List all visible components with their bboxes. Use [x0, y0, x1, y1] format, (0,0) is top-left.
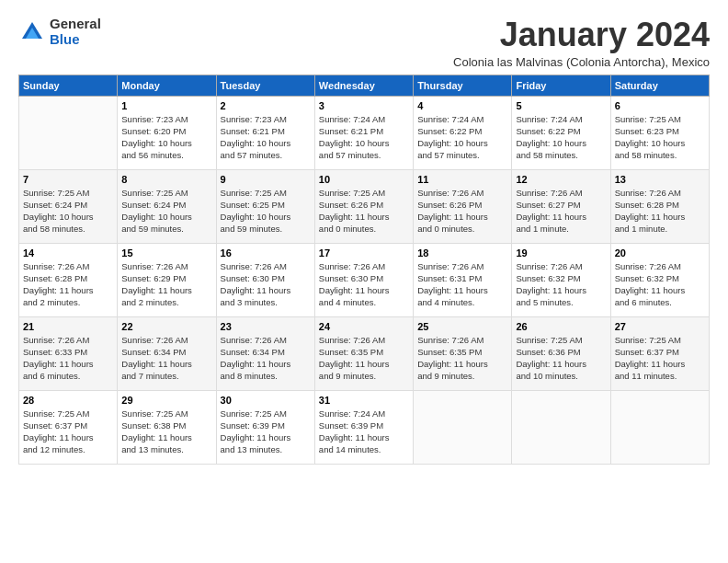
page: General Blue January 2024 Colonia las Ma… [0, 0, 728, 476]
day-cell: 17Sunrise: 7:26 AM Sunset: 6:30 PM Dayli… [314, 243, 413, 316]
week-row-3: 14Sunrise: 7:26 AM Sunset: 6:28 PM Dayli… [19, 243, 710, 316]
day-info: Sunrise: 7:25 AM Sunset: 6:24 PM Dayligh… [23, 187, 113, 236]
logo: General Blue [18, 17, 101, 47]
day-cell: 1Sunrise: 7:23 AM Sunset: 6:20 PM Daylig… [118, 96, 216, 169]
day-number: 15 [121, 247, 211, 259]
day-cell [414, 390, 512, 464]
day-number: 30 [221, 395, 311, 406]
day-cell: 20Sunrise: 7:26 AM Sunset: 6:32 PM Dayli… [610, 243, 709, 316]
day-cell: 27Sunrise: 7:25 AM Sunset: 6:37 PM Dayli… [610, 316, 709, 390]
day-info: Sunrise: 7:25 AM Sunset: 6:37 PM Dayligh… [23, 408, 113, 456]
day-cell [610, 390, 709, 464]
day-cell: 8Sunrise: 7:25 AM Sunset: 6:24 PM Daylig… [118, 169, 216, 243]
day-number: 31 [319, 395, 409, 406]
day-cell: 21Sunrise: 7:26 AM Sunset: 6:33 PM Dayli… [19, 316, 118, 390]
day-cell: 9Sunrise: 7:25 AM Sunset: 6:25 PM Daylig… [216, 169, 314, 243]
day-cell: 23Sunrise: 7:26 AM Sunset: 6:34 PM Dayli… [216, 316, 314, 390]
header: General Blue January 2024 Colonia las Ma… [18, 17, 710, 69]
weekday-header-monday: Monday [118, 75, 216, 96]
day-cell: 15Sunrise: 7:26 AM Sunset: 6:29 PM Dayli… [118, 243, 216, 316]
day-info: Sunrise: 7:25 AM Sunset: 6:23 PM Dayligh… [615, 113, 705, 162]
weekday-header-wednesday: Wednesday [314, 75, 413, 96]
day-number: 25 [417, 321, 507, 332]
day-cell: 10Sunrise: 7:25 AM Sunset: 6:26 PM Dayli… [314, 169, 413, 243]
day-cell: 5Sunrise: 7:24 AM Sunset: 6:22 PM Daylig… [512, 96, 610, 169]
day-cell: 26Sunrise: 7:25 AM Sunset: 6:36 PM Dayli… [512, 316, 610, 390]
day-cell: 14Sunrise: 7:26 AM Sunset: 6:28 PM Dayli… [19, 243, 118, 316]
day-info: Sunrise: 7:26 AM Sunset: 6:29 PM Dayligh… [121, 260, 211, 309]
day-info: Sunrise: 7:26 AM Sunset: 6:35 PM Dayligh… [319, 334, 409, 383]
day-info: Sunrise: 7:23 AM Sunset: 6:21 PM Dayligh… [221, 113, 311, 162]
weekday-header-sunday: Sunday [19, 75, 118, 96]
day-number: 16 [221, 247, 311, 259]
week-row-5: 28Sunrise: 7:25 AM Sunset: 6:37 PM Dayli… [19, 390, 710, 464]
day-info: Sunrise: 7:26 AM Sunset: 6:33 PM Dayligh… [23, 334, 113, 383]
day-cell: 24Sunrise: 7:26 AM Sunset: 6:35 PM Dayli… [314, 316, 413, 390]
calendar-table: SundayMondayTuesdayWednesdayThursdayFrid… [18, 75, 710, 465]
day-info: Sunrise: 7:26 AM Sunset: 6:30 PM Dayligh… [221, 260, 311, 309]
day-cell: 25Sunrise: 7:26 AM Sunset: 6:35 PM Dayli… [414, 316, 512, 390]
day-cell: 19Sunrise: 7:26 AM Sunset: 6:32 PM Dayli… [512, 243, 610, 316]
day-number: 17 [319, 247, 409, 259]
day-number: 29 [121, 395, 211, 406]
day-info: Sunrise: 7:23 AM Sunset: 6:20 PM Dayligh… [121, 113, 211, 162]
day-number: 23 [221, 321, 311, 332]
day-cell: 30Sunrise: 7:25 AM Sunset: 6:39 PM Dayli… [216, 390, 314, 464]
day-cell: 4Sunrise: 7:24 AM Sunset: 6:22 PM Daylig… [414, 96, 512, 169]
weekday-header-saturday: Saturday [610, 75, 709, 96]
day-number: 10 [319, 174, 409, 185]
weekday-header-row: SundayMondayTuesdayWednesdayThursdayFrid… [19, 75, 710, 96]
day-info: Sunrise: 7:24 AM Sunset: 6:22 PM Dayligh… [516, 113, 606, 162]
weekday-header-friday: Friday [512, 75, 610, 96]
day-number: 13 [615, 174, 705, 185]
day-info: Sunrise: 7:24 AM Sunset: 6:22 PM Dayligh… [417, 113, 507, 162]
day-number: 24 [319, 321, 409, 332]
day-number: 8 [121, 174, 211, 185]
day-number: 22 [121, 321, 211, 332]
week-row-4: 21Sunrise: 7:26 AM Sunset: 6:33 PM Dayli… [19, 316, 710, 390]
day-cell: 13Sunrise: 7:26 AM Sunset: 6:28 PM Dayli… [610, 169, 709, 243]
day-info: Sunrise: 7:26 AM Sunset: 6:35 PM Dayligh… [417, 334, 507, 383]
weekday-header-thursday: Thursday [414, 75, 512, 96]
day-number: 9 [221, 174, 311, 185]
day-info: Sunrise: 7:25 AM Sunset: 6:25 PM Dayligh… [221, 187, 311, 236]
day-info: Sunrise: 7:26 AM Sunset: 6:34 PM Dayligh… [221, 334, 311, 383]
logo-icon [18, 18, 46, 46]
day-cell: 28Sunrise: 7:25 AM Sunset: 6:37 PM Dayli… [19, 390, 118, 464]
day-number: 18 [417, 247, 507, 259]
day-info: Sunrise: 7:26 AM Sunset: 6:27 PM Dayligh… [516, 187, 606, 236]
day-info: Sunrise: 7:25 AM Sunset: 6:36 PM Dayligh… [516, 334, 606, 383]
day-cell: 31Sunrise: 7:24 AM Sunset: 6:39 PM Dayli… [314, 390, 413, 464]
day-info: Sunrise: 7:26 AM Sunset: 6:32 PM Dayligh… [516, 260, 606, 309]
day-info: Sunrise: 7:26 AM Sunset: 6:34 PM Dayligh… [121, 334, 211, 383]
day-cell: 2Sunrise: 7:23 AM Sunset: 6:21 PM Daylig… [216, 96, 314, 169]
day-info: Sunrise: 7:25 AM Sunset: 6:37 PM Dayligh… [615, 334, 705, 383]
day-number: 7 [23, 174, 113, 185]
day-info: Sunrise: 7:24 AM Sunset: 6:39 PM Dayligh… [319, 408, 409, 456]
day-number: 5 [516, 100, 606, 111]
week-row-1: 1Sunrise: 7:23 AM Sunset: 6:20 PM Daylig… [19, 96, 710, 169]
weekday-header-tuesday: Tuesday [216, 75, 314, 96]
day-info: Sunrise: 7:26 AM Sunset: 6:31 PM Dayligh… [417, 260, 507, 309]
day-cell: 18Sunrise: 7:26 AM Sunset: 6:31 PM Dayli… [414, 243, 512, 316]
month-title: January 2024 [453, 17, 710, 53]
day-cell: 12Sunrise: 7:26 AM Sunset: 6:27 PM Dayli… [512, 169, 610, 243]
day-number: 6 [615, 100, 705, 111]
title-block: January 2024 Colonia las Malvinas (Colon… [453, 17, 710, 69]
day-cell: 29Sunrise: 7:25 AM Sunset: 6:38 PM Dayli… [118, 390, 216, 464]
day-number: 21 [23, 321, 113, 332]
day-number: 20 [615, 247, 705, 259]
day-info: Sunrise: 7:26 AM Sunset: 6:30 PM Dayligh… [319, 260, 409, 309]
logo-text: General Blue [50, 17, 101, 47]
day-cell: 16Sunrise: 7:26 AM Sunset: 6:30 PM Dayli… [216, 243, 314, 316]
day-info: Sunrise: 7:26 AM Sunset: 6:28 PM Dayligh… [615, 187, 705, 236]
day-info: Sunrise: 7:25 AM Sunset: 6:26 PM Dayligh… [319, 187, 409, 236]
day-cell: 22Sunrise: 7:26 AM Sunset: 6:34 PM Dayli… [118, 316, 216, 390]
day-cell [512, 390, 610, 464]
day-info: Sunrise: 7:26 AM Sunset: 6:26 PM Dayligh… [417, 187, 507, 236]
location-subtitle: Colonia las Malvinas (Colonia Antorcha),… [453, 55, 710, 69]
day-info: Sunrise: 7:25 AM Sunset: 6:38 PM Dayligh… [121, 408, 211, 456]
day-number: 3 [319, 100, 409, 111]
day-number: 2 [221, 100, 311, 111]
day-number: 14 [23, 247, 113, 259]
